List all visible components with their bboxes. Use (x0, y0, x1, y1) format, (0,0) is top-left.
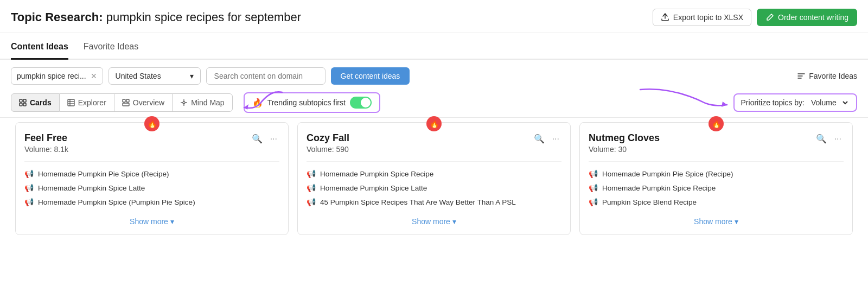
view-overview-button[interactable]: Overview (114, 93, 173, 112)
view-cards-button[interactable]: Cards (11, 93, 60, 112)
svg-rect-2 (20, 103, 22, 106)
trending-toggle[interactable] (350, 97, 372, 109)
card-nutmeg-cloves: 🔥 Nutmeg Cloves Volume: 30 🔍 ··· 📢 Homem… (579, 122, 853, 235)
fire-icon: 🔥 (252, 98, 263, 108)
card-more-button-3[interactable]: ··· (832, 133, 844, 145)
svg-rect-9 (126, 99, 129, 102)
view-cards-label: Cards (30, 98, 52, 107)
prioritize-label: Prioritize topics by: (741, 98, 805, 107)
export-button[interactable]: Export topic to XLSX (653, 9, 751, 26)
page-header: Topic Research: pumpkin spice recipes fo… (0, 0, 868, 33)
trending-badge-2: 🔥 (426, 116, 442, 131)
megaphone-icon: 📢 (307, 183, 316, 192)
filters-row: pumpkin spice reci... ✕ United States ▾ … (0, 60, 868, 92)
cards-grid: 🔥 Feel Free Volume: 8.1k 🔍 ··· 📢 Homemad… (0, 117, 868, 239)
search-chip: pumpkin spice reci... ✕ (11, 67, 103, 85)
view-buttons-group: Cards Explorer Overview (11, 93, 233, 112)
card-actions-3: 🔍 ··· (814, 132, 844, 145)
card-search-button-3[interactable]: 🔍 (814, 132, 829, 145)
tab-content-ideas[interactable]: Content Ideas (11, 35, 68, 60)
svg-rect-0 (20, 99, 22, 102)
order-content-button[interactable]: Order content writing (757, 9, 857, 26)
card-volume-2: Volume: 590 (307, 145, 349, 154)
chevron-down-icon: ▾ (735, 217, 738, 226)
domain-search-input[interactable] (206, 67, 326, 85)
card-volume-1: Volume: 8.1k (24, 145, 68, 154)
list-item: 📢 Homemade Pumpkin Spice Latte (307, 183, 561, 192)
chevron-down-icon: ▾ (452, 217, 456, 226)
card-more-button-2[interactable]: ··· (550, 133, 561, 145)
prioritize-select[interactable]: Volume Trending Difficulty (809, 98, 850, 107)
trending-badge-3: 🔥 (709, 116, 724, 131)
favorite-ideas-link[interactable]: Favorite Ideas (797, 72, 857, 80)
list-icon (797, 72, 806, 80)
edit-icon (765, 13, 774, 22)
svg-rect-4 (68, 99, 74, 106)
card-list-2: 📢 Homemade Pumpkin Spice Recipe 📢 Homema… (298, 167, 570, 208)
list-item: 📢 Homemade Pumpkin Spice Recipe (307, 169, 561, 178)
view-explorer-label: Explorer (78, 98, 106, 107)
view-explorer-button[interactable]: Explorer (60, 93, 114, 112)
card-cozy-fall: 🔥 Cozy Fall Volume: 590 🔍 ··· 📢 Homemade… (297, 122, 571, 235)
card-list-3: 📢 Homemade Pumpkin Pie Spice (Recipe) 📢 … (580, 167, 852, 208)
card-volume-3: Volume: 30 (589, 145, 660, 154)
svg-rect-10 (123, 103, 129, 106)
chevron-down-icon: ▾ (170, 217, 174, 226)
svg-point-11 (183, 102, 185, 104)
megaphone-icon: 📢 (24, 169, 34, 178)
show-more-3[interactable]: Show more ▾ (580, 217, 852, 226)
trending-badge-1: 🔥 (144, 116, 159, 131)
card-title-area-3: Nutmeg Cloves Volume: 30 (589, 132, 660, 154)
list-item: 📢 Homemade Pumpkin Spice (Pumpkin Pie Sp… (24, 198, 279, 206)
list-item: 📢 Homemade Pumpkin Spice Latte (24, 183, 279, 192)
card-feel-free: 🔥 Feel Free Volume: 8.1k 🔍 ··· 📢 Homemad… (15, 122, 289, 235)
megaphone-icon: 📢 (24, 183, 34, 192)
get-ideas-button[interactable]: Get content ideas (331, 67, 410, 85)
view-mindmap-label: Mind Map (191, 98, 224, 107)
megaphone-icon: 📢 (307, 169, 316, 178)
card-list-1: 📢 Homemade Pumpkin Pie Spice (Recipe) 📢 … (16, 167, 288, 208)
export-icon (661, 13, 669, 22)
card-actions-2: 🔍 ··· (532, 132, 561, 145)
list-item: 📢 Pumpkin Spice Blend Recipe (589, 198, 844, 206)
chevron-down-icon: ▾ (190, 72, 194, 80)
megaphone-icon: 📢 (589, 183, 598, 192)
svg-rect-3 (23, 103, 26, 106)
card-divider-3 (589, 161, 844, 162)
card-title-3: Nutmeg Cloves (589, 132, 660, 144)
overview-icon (122, 99, 130, 106)
tab-favorite-ideas[interactable]: Favorite Ideas (84, 35, 138, 60)
mindmap-icon (180, 99, 188, 106)
svg-rect-8 (123, 99, 125, 102)
card-search-button-1[interactable]: 🔍 (250, 132, 265, 145)
view-mindmap-button[interactable]: Mind Map (173, 93, 232, 112)
card-title-1: Feel Free (24, 132, 68, 144)
card-title-2: Cozy Fall (307, 132, 349, 144)
tabs-row: Content Ideas Favorite Ideas (0, 35, 868, 60)
card-divider-2 (307, 161, 561, 162)
grid-icon (19, 99, 27, 106)
svg-rect-1 (23, 99, 26, 102)
card-title-area-2: Cozy Fall Volume: 590 (307, 132, 349, 154)
card-title-area-1: Feel Free Volume: 8.1k (24, 132, 68, 154)
page-title: Topic Research: pumpkin spice recipes fo… (11, 10, 301, 24)
list-item: 📢 Homemade Pumpkin Pie Spice (Recipe) (24, 169, 279, 178)
trending-toggle-box: 🔥 Trending subtopics first (244, 92, 380, 113)
country-value: United States (116, 72, 161, 80)
prioritize-box: Prioritize topics by: Volume Trending Di… (733, 93, 857, 112)
country-select[interactable]: United States ▾ (108, 67, 201, 85)
list-item: 📢 Homemade Pumpkin Spice Recipe (589, 183, 844, 192)
show-more-1[interactable]: Show more ▾ (16, 217, 288, 226)
list-item: 📢 45 Pumpkin Spice Recipes That Are Way … (307, 198, 561, 206)
show-more-2[interactable]: Show more ▾ (298, 217, 570, 226)
view-controls-container: Cards Explorer Overview (0, 92, 868, 117)
card-actions-1: 🔍 ··· (250, 132, 279, 145)
header-actions: Export topic to XLSX Order content writi… (653, 9, 857, 26)
table-icon (67, 99, 75, 106)
card-search-button-2[interactable]: 🔍 (532, 132, 547, 145)
search-chip-close[interactable]: ✕ (91, 72, 97, 80)
card-more-button-1[interactable]: ··· (268, 133, 279, 145)
megaphone-icon: 📢 (589, 169, 598, 178)
megaphone-icon: 📢 (307, 198, 316, 206)
list-item: 📢 Homemade Pumpkin Pie Spice (Recipe) (589, 169, 844, 178)
